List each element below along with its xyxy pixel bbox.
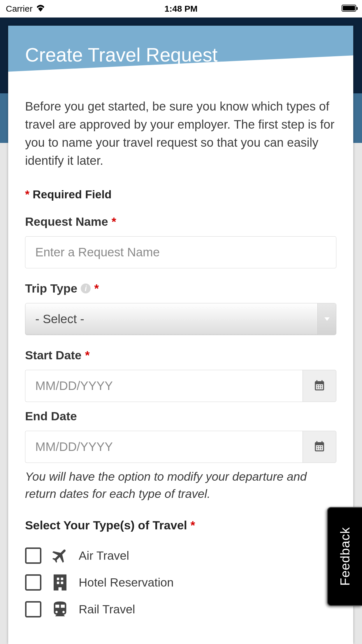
feedback-tab[interactable]: Feedback <box>327 507 362 606</box>
request-name-input[interactable] <box>25 236 336 268</box>
air-travel-label: Air Travel <box>79 549 129 563</box>
field-trip-type: Trip Type i * - Select - <box>25 282 336 335</box>
travel-option-hotel: Hotel Reservation <box>25 572 336 593</box>
end-date-input[interactable] <box>25 431 303 463</box>
modal-header: Create Travel Request <box>8 26 353 87</box>
required-field-note-text: Required Field <box>33 188 112 201</box>
feedback-label: Feedback <box>338 527 352 586</box>
plane-icon <box>48 545 72 566</box>
end-date-picker-button[interactable] <box>303 431 336 463</box>
air-travel-checkbox[interactable] <box>25 547 41 564</box>
wifi-icon <box>36 4 45 14</box>
field-end-date: End Date <box>25 410 336 463</box>
create-travel-request-modal: Create Travel Request Before you get sta… <box>8 26 353 644</box>
date-note: You will have the option to modify your … <box>25 468 336 503</box>
required-field-note: * Required Field <box>25 188 336 201</box>
hotel-checkbox[interactable] <box>25 574 41 591</box>
hotel-icon <box>48 572 72 593</box>
calendar-icon <box>313 379 326 393</box>
trip-type-select[interactable]: - Select - <box>25 303 336 335</box>
trip-type-label-text: Trip Type <box>25 282 77 295</box>
carrier-label: Carrier <box>6 4 33 14</box>
rail-checkbox[interactable] <box>25 601 41 617</box>
trip-type-label: Trip Type i * <box>25 282 336 295</box>
start-date-picker-button[interactable] <box>303 370 336 402</box>
modal-title: Create Travel Request <box>8 26 353 66</box>
request-name-label: Request Name * <box>25 215 336 229</box>
info-icon[interactable]: i <box>81 284 91 293</box>
end-date-label: End Date <box>25 410 336 423</box>
end-date-label-text: End Date <box>25 410 77 423</box>
calendar-icon <box>313 440 326 454</box>
hotel-label: Hotel Reservation <box>79 576 174 589</box>
battery-icon <box>342 5 356 12</box>
chevron-down-icon <box>317 303 336 335</box>
intro-text: Before you get started, be sure you know… <box>25 97 336 170</box>
trip-type-selected: - Select - <box>35 312 84 326</box>
field-request-name: Request Name * <box>25 215 336 268</box>
start-date-label: Start Date * <box>25 349 336 362</box>
travel-option-rail: Rail Travel <box>25 599 336 620</box>
train-icon <box>48 599 72 620</box>
start-date-label-text: Start Date <box>25 349 82 362</box>
travel-option-air: Air Travel <box>25 545 336 566</box>
travel-types-label: Select Your Type(s) of Travel * <box>25 519 336 532</box>
clock: 1:48 PM <box>164 4 197 14</box>
status-bar: Carrier 1:48 PM <box>0 0 362 18</box>
rail-label: Rail Travel <box>79 603 135 616</box>
field-start-date: Start Date * <box>25 349 336 402</box>
request-name-label-text: Request Name <box>25 215 108 229</box>
travel-types-label-text: Select Your Type(s) of Travel <box>25 519 187 532</box>
start-date-input[interactable] <box>25 370 303 402</box>
